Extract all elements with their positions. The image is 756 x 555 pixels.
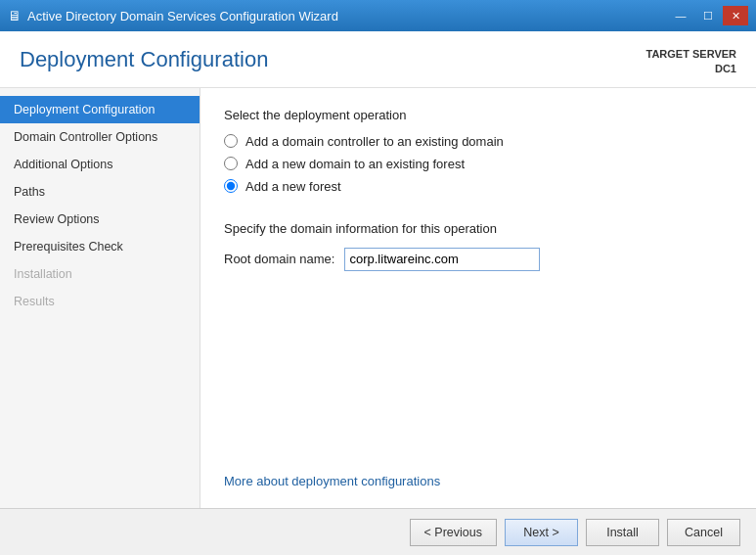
target-server: TARGET SERVER DC1 bbox=[646, 47, 737, 77]
title-bar: 🖥 Active Directory Domain Services Confi… bbox=[0, 0, 756, 31]
sidebar-item-results: Results bbox=[0, 288, 200, 315]
sidebar-item-prerequisites-check[interactable]: Prerequisites Check bbox=[0, 233, 200, 260]
app-icon: 🖥 bbox=[8, 8, 22, 23]
radio-add-forest[interactable]: Add a new forest bbox=[224, 179, 733, 194]
cancel-button[interactable]: Cancel bbox=[667, 519, 740, 546]
target-server-label: TARGET SERVER bbox=[646, 47, 737, 62]
install-button[interactable]: Install bbox=[586, 519, 659, 546]
radio-add-existing[interactable]: Add a domain controller to an existing d… bbox=[224, 134, 733, 149]
header: Deployment Configuration TARGET SERVER D… bbox=[0, 31, 756, 88]
domain-info-section: Specify the domain information for this … bbox=[224, 221, 733, 271]
sidebar: Deployment Configuration Domain Controll… bbox=[0, 88, 200, 508]
root-domain-row: Root domain name: bbox=[224, 248, 733, 271]
close-button[interactable]: ✕ bbox=[723, 6, 748, 25]
sidebar-item-review-options[interactable]: Review Options bbox=[0, 206, 200, 233]
domain-info-label: Specify the domain information for this … bbox=[224, 221, 733, 236]
sidebar-item-deployment-configuration[interactable]: Deployment Configuration bbox=[0, 96, 200, 123]
main-container: Deployment Configuration TARGET SERVER D… bbox=[0, 31, 756, 555]
main-content-inner: Select the deployment operation Add a do… bbox=[224, 108, 733, 488]
target-server-name: DC1 bbox=[646, 62, 737, 76]
root-domain-input[interactable] bbox=[344, 248, 540, 271]
sidebar-item-paths[interactable]: Paths bbox=[0, 178, 200, 206]
page-title: Deployment Configuration bbox=[20, 47, 268, 72]
minimize-button[interactable]: — bbox=[668, 6, 693, 25]
sidebar-item-additional-options[interactable]: Additional Options bbox=[0, 151, 200, 178]
footer: < Previous Next > Install Cancel bbox=[0, 508, 756, 555]
main-content: Select the deployment operation Add a do… bbox=[200, 88, 756, 508]
root-domain-label: Root domain name: bbox=[224, 252, 334, 266]
deployment-operation-label: Select the deployment operation bbox=[224, 108, 733, 122]
sidebar-item-installation: Installation bbox=[0, 260, 200, 288]
maximize-button[interactable]: ☐ bbox=[695, 6, 721, 25]
previous-button[interactable]: < Previous bbox=[410, 519, 497, 546]
sidebar-item-domain-controller-options[interactable]: Domain Controller Options bbox=[0, 123, 200, 151]
content-area: Deployment Configuration Domain Controll… bbox=[0, 88, 756, 508]
radio-add-domain-input[interactable] bbox=[224, 157, 238, 170]
title-bar-text: Active Directory Domain Services Configu… bbox=[27, 9, 338, 23]
radio-add-existing-input[interactable] bbox=[224, 134, 238, 148]
radio-group: Add a domain controller to an existing d… bbox=[224, 134, 733, 194]
radio-add-forest-input[interactable] bbox=[224, 179, 238, 193]
radio-add-domain[interactable]: Add a new domain to an existing forest bbox=[224, 157, 733, 171]
more-info-link[interactable]: More about deployment configurations bbox=[224, 458, 733, 488]
next-button[interactable]: Next > bbox=[505, 519, 578, 546]
window-controls: — ☐ ✕ bbox=[668, 6, 748, 25]
